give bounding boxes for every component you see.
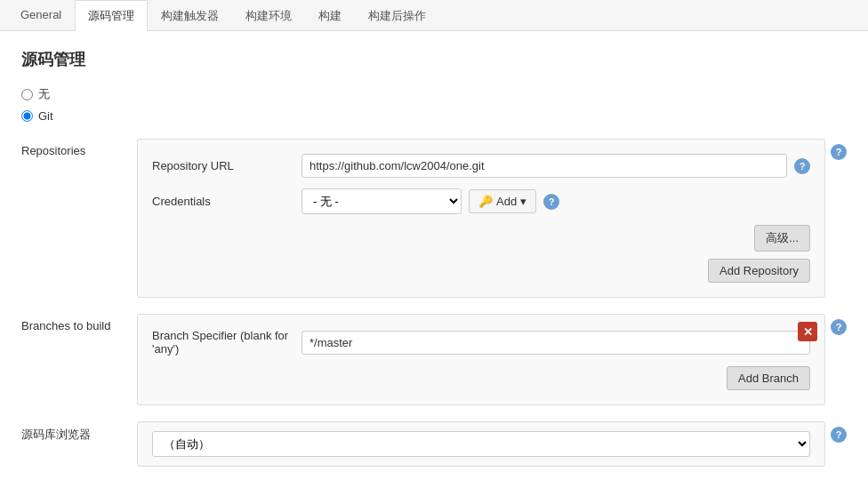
repositories-section: Repositories Repository URL ? Credential…: [21, 139, 825, 298]
branch-specifier-row: Branch Specifier (blank for 'any'): [152, 329, 810, 356]
dropdown-icon: ▾: [520, 195, 526, 208]
tab-build[interactable]: 构建: [305, 0, 355, 31]
repo-url-row: Repository URL ?: [152, 154, 810, 178]
repo-url-help-icon[interactable]: ?: [794, 158, 810, 174]
repositories-label: Repositories: [21, 139, 137, 157]
branches-section-outer: Branches to build ✕ Branch Specifier (bl…: [21, 314, 847, 405]
radio-none[interactable]: [21, 89, 33, 100]
repo-url-input[interactable]: [301, 154, 787, 178]
browser-section-outer: 源码库浏览器 （自动） ?: [21, 421, 847, 467]
browser-label: 源码库浏览器: [21, 421, 137, 443]
repositories-body: Repository URL ? Credentials - 无 - 🔑: [137, 139, 825, 298]
radio-git-item[interactable]: Git: [21, 109, 847, 123]
credentials-add-button[interactable]: 🔑 Add ▾: [469, 189, 536, 213]
credentials-controls: - 无 - 🔑 Add ▾: [301, 188, 536, 214]
radio-git-label: Git: [38, 109, 53, 123]
radio-git[interactable]: [21, 110, 33, 122]
browser-section-help-icon[interactable]: ?: [831, 427, 847, 443]
browser-select[interactable]: （自动）: [152, 431, 810, 457]
credentials-row: Credentials - 无 - 🔑 Add ▾ ?: [152, 188, 810, 214]
radio-none-label: 无: [38, 86, 50, 102]
branch-specifier-input-wrapper: [301, 331, 810, 355]
repositories-section-help-icon[interactable]: ?: [831, 144, 847, 160]
tab-environment[interactable]: 构建环境: [232, 0, 305, 31]
browser-body: （自动）: [137, 421, 825, 467]
branches-body: ✕ Branch Specifier (blank for 'any') Add…: [137, 314, 825, 405]
key-icon: 🔑: [478, 195, 493, 208]
tab-general[interactable]: General: [7, 0, 75, 31]
branches-label: Branches to build: [21, 314, 137, 332]
branch-specifier-input[interactable]: [301, 331, 810, 355]
tab-post-build[interactable]: 构建后操作: [355, 0, 439, 31]
tabs-bar: General 源码管理 构建触发器 构建环境 构建 构建后操作: [0, 0, 868, 31]
advanced-button[interactable]: 高级...: [754, 225, 810, 252]
delete-branch-button[interactable]: ✕: [798, 322, 817, 341]
repo-url-label: Repository URL: [152, 159, 294, 172]
repo-actions-row: 高级...: [152, 225, 810, 252]
tab-scm[interactable]: 源码管理: [75, 0, 148, 31]
credentials-label: Credentials: [152, 195, 294, 208]
repositories-section-outer: Repositories Repository URL ? Credential…: [21, 139, 847, 298]
add-branch-button[interactable]: Add Branch: [727, 366, 810, 390]
branch-specifier-label: Branch Specifier (blank for 'any'): [152, 329, 294, 356]
browser-section: 源码库浏览器 （自动）: [21, 421, 825, 467]
add-repo-row: Add Repository: [152, 259, 810, 283]
branches-section: Branches to build ✕ Branch Specifier (bl…: [21, 314, 825, 405]
repo-url-input-wrapper: [301, 154, 787, 178]
branches-section-help-icon[interactable]: ?: [831, 319, 847, 335]
credentials-select[interactable]: - 无 -: [301, 188, 462, 214]
page-content: 源码管理 无 Git Repositories Repository URL ?: [0, 31, 868, 480]
tab-triggers[interactable]: 构建触发器: [148, 0, 232, 31]
radio-none-item[interactable]: 无: [21, 86, 847, 102]
scm-radio-group: 无 Git: [21, 86, 847, 123]
page-title: 源码管理: [21, 49, 847, 70]
credentials-help-icon[interactable]: ?: [543, 194, 559, 210]
add-repository-button[interactable]: Add Repository: [708, 259, 810, 283]
add-branch-row: Add Branch: [152, 366, 810, 390]
